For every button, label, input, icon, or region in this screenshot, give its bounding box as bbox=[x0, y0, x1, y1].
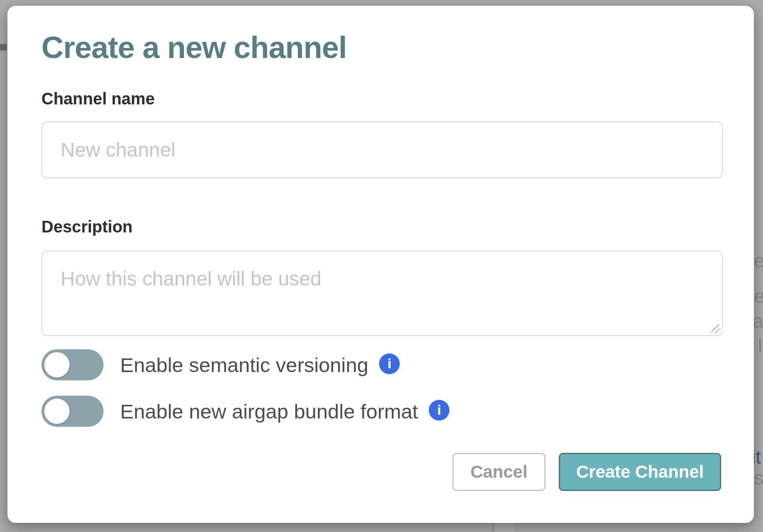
background-text-fragment: e bbox=[754, 287, 763, 306]
background-text-fragment: s bbox=[754, 468, 763, 487]
description-label: Description bbox=[41, 218, 133, 236]
cancel-button[interactable]: Cancel bbox=[452, 453, 546, 491]
info-icon[interactable]: i bbox=[379, 353, 400, 374]
toggle-knob bbox=[44, 352, 70, 377]
modal-actions: Cancel Create Channel bbox=[452, 453, 721, 491]
background-text-fragment: l bbox=[758, 336, 762, 355]
info-icon[interactable]: i bbox=[429, 400, 449, 421]
create-channel-button[interactable]: Create Channel bbox=[559, 453, 721, 491]
create-channel-modal: Create a new channel Channel name Descri… bbox=[7, 6, 754, 523]
textarea-resize-handle[interactable] bbox=[711, 324, 720, 334]
semantic-versioning-label: Enable semantic versioning bbox=[120, 353, 368, 377]
airgap-bundle-toggle[interactable] bbox=[41, 396, 104, 427]
channel-name-input[interactable] bbox=[41, 121, 723, 178]
background-text-fragment: e bbox=[754, 251, 763, 270]
semantic-versioning-row: Enable semantic versioning i bbox=[41, 349, 400, 380]
channel-name-label: Channel name bbox=[41, 89, 155, 108]
airgap-bundle-label: Enable new airgap bundle format bbox=[120, 400, 418, 423]
modal-title: Create a new channel bbox=[41, 30, 347, 65]
background-divider-segment bbox=[495, 523, 514, 532]
description-textarea[interactable] bbox=[41, 251, 723, 336]
semantic-versioning-toggle[interactable] bbox=[41, 349, 104, 380]
background-text-fragment: a bbox=[753, 312, 763, 331]
airgap-bundle-row: Enable new airgap bundle format i bbox=[41, 396, 449, 427]
toggle-knob bbox=[44, 399, 70, 424]
background-element-fragment bbox=[0, 44, 7, 51]
